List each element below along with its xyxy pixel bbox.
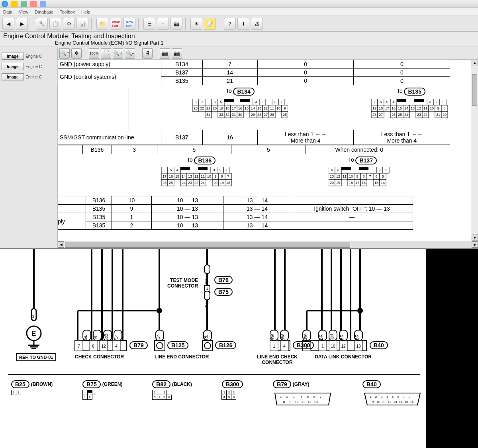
- tb-icon-3[interactable]: ⚙: [63, 18, 75, 30]
- tb-camera[interactable]: 📷: [170, 18, 182, 30]
- svg-text:8: 8: [443, 106, 445, 110]
- svg-text:3: 3: [213, 168, 215, 172]
- menu-help[interactable]: Help: [81, 10, 90, 14]
- svg-text:19: 19: [372, 106, 376, 110]
- tb-icon-1[interactable]: 🔧: [36, 18, 48, 30]
- print-icon[interactable]: 🖨: [142, 48, 153, 59]
- svg-text:21: 21: [206, 106, 210, 110]
- svg-text:14: 14: [381, 181, 385, 185]
- svg-text:Or: Or: [156, 335, 161, 340]
- zoom-fit-icon[interactable]: ⛶: [101, 48, 111, 59]
- menu-toolbox[interactable]: Toolbox: [60, 10, 75, 14]
- svg-rect-252: [204, 265, 210, 274]
- svg-text:14: 14: [182, 174, 186, 178]
- svg-text:BW: BW: [281, 334, 285, 340]
- menu-view[interactable]: View: [19, 10, 28, 14]
- svg-text:22: 22: [200, 106, 204, 110]
- tb-list-2[interactable]: ≡: [157, 18, 169, 30]
- gnd-table: GND (power supply) B134 7 0 0 GND (contr…: [58, 60, 450, 85]
- svg-text:13: 13: [411, 106, 415, 110]
- folder-icon[interactable]: [11, 1, 18, 7]
- browser-icon[interactable]: [2, 1, 8, 7]
- svg-point-280: [204, 342, 211, 349]
- svg-text:28: 28: [372, 113, 376, 117]
- svg-text:7: 7: [78, 344, 80, 348]
- svg-text:12: 12: [417, 106, 421, 110]
- svg-text:6: 6: [163, 168, 165, 172]
- svg-text:2: 2: [219, 168, 221, 172]
- svg-text:29: 29: [251, 113, 255, 117]
- app-icon-3[interactable]: [40, 1, 46, 7]
- svg-text:18: 18: [349, 181, 353, 185]
- zoom-plus-icon[interactable]: 🔍+: [113, 48, 123, 59]
- svg-text:14: 14: [404, 106, 408, 110]
- horizontal-scrollbar[interactable]: ◀ ▶: [58, 241, 478, 248]
- app-icon-2[interactable]: [30, 1, 37, 7]
- tb-icon-2[interactable]: 📋: [49, 18, 61, 30]
- menu-database[interactable]: Database: [35, 10, 53, 14]
- svg-text:18: 18: [225, 106, 229, 110]
- svg-text:24: 24: [404, 113, 408, 117]
- image-button-1[interactable]: Image: [2, 53, 24, 60]
- svg-text:12: 12: [194, 174, 198, 178]
- b136-connector: 6 5 4 3 2 1 17 16 15: [161, 167, 241, 188]
- tb-help[interactable]: ?: [224, 18, 236, 30]
- svg-text:7: 7: [373, 100, 375, 104]
- svg-text:16: 16: [238, 106, 242, 110]
- page-title: Engine Control Module: Testing and Inspe…: [3, 33, 475, 40]
- svg-text:7: 7: [201, 100, 203, 104]
- os-taskbar: [0, 0, 478, 8]
- svg-point-242: [358, 309, 362, 313]
- b137-label: B137: [355, 157, 376, 164]
- svg-text:5: 5: [170, 168, 172, 172]
- document-view[interactable]: GND (power supply) B134 7 0 0 GND (contr…: [58, 60, 471, 241]
- svg-rect-9: [240, 99, 250, 102]
- svg-text:RL: RL: [204, 302, 208, 307]
- svg-text:10: 10: [430, 106, 434, 110]
- new-car-button[interactable]: NewCar: [110, 18, 122, 30]
- svg-text:9: 9: [214, 174, 216, 178]
- svg-text:16: 16: [410, 400, 414, 404]
- tb-sun[interactable]: ☀: [190, 18, 202, 30]
- svg-text:16: 16: [392, 106, 396, 110]
- zoom-in-icon[interactable]: 🔍⁺: [59, 48, 70, 59]
- svg-text:6: 6: [380, 100, 382, 104]
- new-car-button-2[interactable]: NewCar: [123, 18, 135, 30]
- snapshot2-icon[interactable]: 📷: [172, 48, 182, 59]
- tb-print[interactable]: 🖨: [251, 18, 263, 30]
- document-toolbar: 🔍⁺ ✥ 100% ⛶ 🔍+ 🔍- 🖨 📷 📷: [58, 47, 478, 60]
- zoom-100-icon[interactable]: 100%: [89, 48, 99, 59]
- image-button-2[interactable]: Image: [2, 63, 24, 70]
- back-button[interactable]: ◀: [2, 18, 14, 30]
- svg-text:26: 26: [270, 113, 274, 117]
- svg-rect-134: [180, 167, 190, 170]
- b134-label: B134: [233, 88, 254, 96]
- svg-text:18: 18: [379, 106, 383, 110]
- tb-note[interactable]: 📝: [204, 18, 216, 30]
- svg-text:12: 12: [341, 344, 346, 348]
- tb-info[interactable]: ℹ: [237, 18, 249, 30]
- tb-list-1[interactable]: ☰: [143, 18, 155, 30]
- tb-icon-4[interactable]: 📊: [76, 18, 88, 30]
- menu-data[interactable]: Data: [3, 10, 12, 14]
- svg-text:11: 11: [343, 174, 347, 178]
- svg-text:8: 8: [92, 344, 94, 348]
- svg-text:3: 3: [337, 168, 339, 172]
- menubar[interactable]: Data View Database Toolbox Help: [0, 8, 478, 16]
- snapshot-icon[interactable]: 📷: [160, 48, 170, 59]
- svg-text:15: 15: [245, 106, 249, 110]
- svg-text:23: 23: [194, 106, 198, 110]
- b135-connector: 7 6 5 4 3 2 1 19 18 17: [371, 99, 451, 123]
- svg-text:10: 10: [295, 400, 299, 404]
- zoom-minus-icon[interactable]: 🔍-: [125, 48, 135, 59]
- pan-icon[interactable]: ✥: [71, 48, 82, 59]
- svg-text:2: 2: [378, 168, 380, 172]
- tb-icon-5[interactable]: 📁: [96, 18, 108, 30]
- forward-button[interactable]: ▶: [16, 18, 28, 30]
- app-icon-1[interactable]: [21, 1, 27, 7]
- svg-text:3: 3: [381, 395, 383, 399]
- vertical-scrollbar[interactable]: ▲ ▼: [471, 60, 478, 241]
- image-button-3[interactable]: Image: [2, 73, 24, 80]
- svg-text:11: 11: [270, 106, 274, 110]
- svg-text:8: 8: [194, 100, 196, 104]
